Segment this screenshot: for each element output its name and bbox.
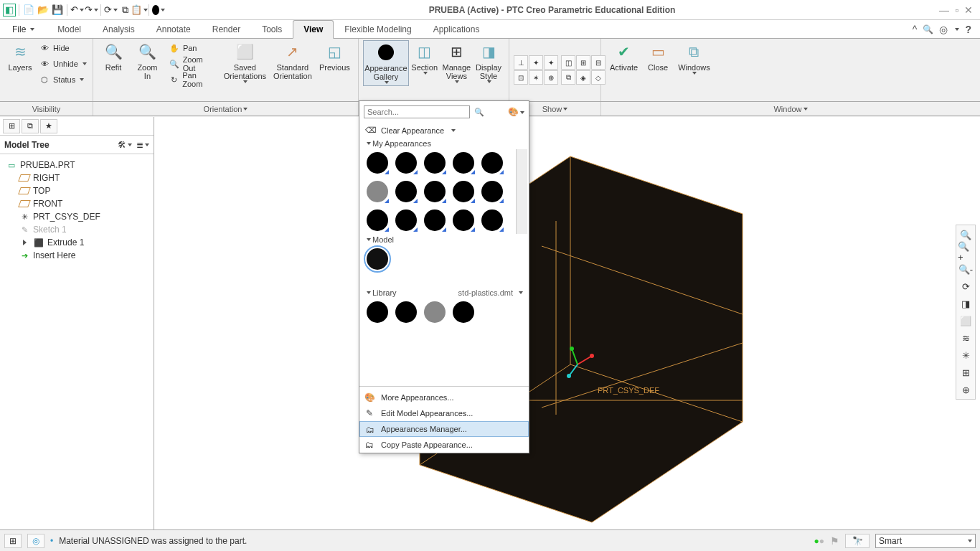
minimize-button[interactable]: — [939, 4, 949, 16]
redo-icon[interactable]: ↷ [85, 4, 98, 17]
tree-settings-icon[interactable]: 🛠 [118, 140, 132, 150]
appearance-scrollbar[interactable] [516, 149, 527, 234]
tab-view[interactable]: View [293, 20, 334, 39]
status-browser-icon[interactable]: ◎ [27, 534, 44, 548]
display-style-button[interactable]: ◨Display Style [473, 40, 504, 85]
tree-front[interactable]: FRONT [3, 197, 151, 210]
appearance-swatch[interactable] [395, 209, 417, 231]
section-model[interactable]: Model [359, 234, 529, 245]
appearance-swatch[interactable] [453, 181, 474, 202]
hide-button[interactable]: 👁Hide [36, 40, 90, 56]
show-toggle-4[interactable]: ⊡ [514, 70, 528, 85]
show-toggle-7[interactable]: ◫ [561, 55, 575, 70]
clear-appearance-button[interactable]: ⌫ Clear Appearance [359, 123, 529, 138]
sidebar-tab-layers[interactable]: ⧉ [22, 119, 39, 133]
help-icon[interactable]: ? [965, 24, 971, 35]
rt-csys-icon[interactable]: ✳ [958, 347, 974, 363]
rt-layers-icon[interactable]: ≋ [958, 330, 974, 346]
show-toggle-6[interactable]: ⊕ [544, 70, 558, 85]
windows-button[interactable]: ⧉Windows [674, 40, 715, 76]
show-toggle-3[interactable]: ✦ [544, 55, 558, 70]
sidebar-tab-tree[interactable]: ⊞ [3, 119, 20, 133]
undo-icon[interactable]: ↶ [70, 4, 83, 17]
edit-model-appearances-item[interactable]: ✎Edit Model Appearances... [359, 405, 529, 421]
appearance-gallery-button[interactable]: Appearance Gallery [363, 40, 409, 86]
appearance-swatch[interactable] [453, 209, 474, 231]
rt-zoom-in-icon[interactable]: 🔍+ [958, 244, 974, 260]
tab-model[interactable]: Model [47, 20, 92, 38]
appearance-search-input[interactable] [364, 105, 470, 118]
save-icon[interactable]: 💾 [51, 4, 64, 17]
status-flag-icon[interactable]: ⚑ [830, 535, 839, 547]
refit-button[interactable]: 🔍Refit [98, 40, 129, 73]
paste-icon[interactable]: 📋 [133, 4, 146, 17]
copy-paste-appearance-item[interactable]: 🗂Copy Paste Appearance... [359, 437, 529, 453]
rt-zoom-out-icon[interactable]: 🔍- [958, 261, 974, 277]
tree-filter-icon[interactable]: ≣ [136, 140, 149, 150]
rt-annot-icon[interactable]: ⊞ [958, 364, 974, 380]
standard-orientation-button[interactable]: ↗Standard Orientation [270, 40, 316, 82]
show-toggle-2[interactable]: ✦ [529, 55, 543, 70]
appearance-swatch[interactable] [395, 181, 417, 202]
manage-views-button[interactable]: ⊞Manage Views [440, 40, 473, 85]
rt-spin-icon[interactable]: ⊕ [958, 382, 974, 397]
tab-flexible-modeling[interactable]: Flexible Modeling [334, 20, 422, 38]
show-toggle-1[interactable]: ⊥ [514, 55, 528, 70]
appearance-swatch[interactable] [424, 209, 446, 231]
status-button[interactable]: ⬡Status [36, 72, 90, 88]
tab-render[interactable]: Render [202, 20, 251, 38]
previous-button[interactable]: ◱Previous [316, 40, 354, 73]
appearance-swatch[interactable] [453, 152, 474, 174]
appearance-swatch[interactable] [367, 181, 388, 202]
ribbon-collapse-icon[interactable]: ^ [913, 24, 918, 35]
pan-zoom-button[interactable]: ↻Pan Zoom [166, 72, 220, 88]
maximize-button[interactable]: ▫ [955, 4, 958, 16]
appearance-swatch[interactable] [367, 152, 388, 174]
show-toggle-5[interactable]: ✶ [529, 70, 543, 85]
zoom-out-button[interactable]: 🔍Zoom Out [166, 56, 220, 72]
resource-center-icon[interactable]: ◎ [939, 24, 948, 35]
show-toggle-8[interactable]: ⊞ [576, 55, 590, 70]
library-swatch[interactable] [367, 301, 388, 323]
rt-saved-views-icon[interactable]: ⬜ [958, 313, 974, 329]
rt-refit-icon[interactable]: 🔍 [958, 227, 974, 242]
appearance-swatch[interactable] [424, 152, 446, 174]
status-find-icon[interactable]: 🔭 [845, 534, 870, 548]
file-tab[interactable]: File [4, 20, 42, 38]
zoom-in-button[interactable]: 🔍Zoom In [129, 40, 166, 82]
new-icon[interactable]: 📄 [22, 4, 35, 17]
saved-orientations-button[interactable]: ⬜Saved Orientations [220, 40, 270, 85]
library-swatch[interactable] [453, 301, 474, 323]
open-icon[interactable]: 📂 [37, 4, 50, 17]
viewport[interactable]: PRT_CSYS_DEF 🔍 🔍+ 🔍- ⟳ ◨ ⬜ ≋ ✳ ⊞ ⊕ [154, 117, 980, 529]
close-window-button[interactable]: ▭Close [642, 40, 674, 73]
search-help-icon[interactable]: 🔍 [923, 24, 933, 34]
library-swatch[interactable] [424, 301, 446, 323]
appearance-swatch[interactable] [481, 209, 503, 231]
tree-sketch[interactable]: ✎Sketch 1 [3, 223, 151, 236]
appearance-swatch[interactable] [395, 152, 417, 174]
palette-icon[interactable]: 🎨 [508, 107, 524, 117]
library-swatch[interactable] [395, 301, 417, 323]
appearance-swatch[interactable] [481, 152, 503, 174]
section-my-appearances[interactable]: My Appearances [359, 138, 529, 149]
tab-analysis[interactable]: Analysis [92, 20, 146, 38]
section-library[interactable]: Library std-plastics.dmt [359, 287, 529, 298]
section-button[interactable]: ◫Section [409, 40, 440, 76]
tree-top[interactable]: TOP [3, 184, 151, 197]
unhide-button[interactable]: 👁Unhide [36, 56, 90, 72]
status-tree-icon[interactable]: ⊞ [4, 534, 22, 548]
search-icon[interactable]: 🔍 [474, 108, 484, 117]
tree-right[interactable]: RIGHT [3, 171, 151, 184]
more-appearances-item[interactable]: 🎨More Appearances... [359, 390, 529, 405]
rt-repaint-icon[interactable]: ⟳ [958, 278, 974, 294]
appearance-swatch[interactable] [424, 181, 446, 202]
tree-csys[interactable]: ✳PRT_CSYS_DEF [3, 210, 151, 223]
appearance-swatch[interactable] [367, 209, 388, 231]
activate-button[interactable]: ✔Activate [606, 40, 642, 73]
rt-display-icon[interactable]: ◨ [958, 296, 974, 311]
tree-extrude[interactable]: ⬛Extrude 1 [3, 236, 151, 249]
show-toggle-11[interactable]: ◈ [576, 70, 590, 85]
layers-button[interactable]: ≋ Layers [4, 40, 36, 73]
tree-insert-here[interactable]: ➔Insert Here [3, 249, 151, 262]
